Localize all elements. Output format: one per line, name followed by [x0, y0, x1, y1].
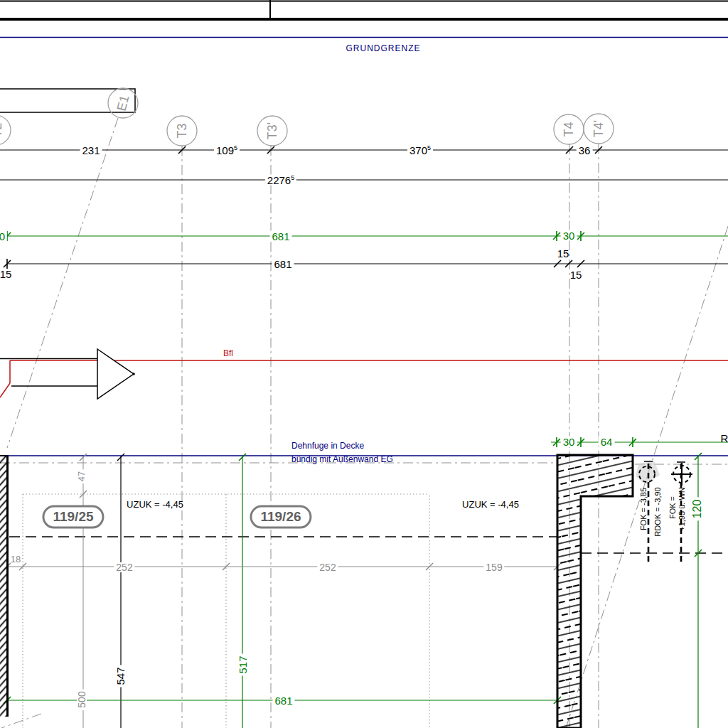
arrow-tip-dot	[132, 373, 135, 375]
dim-109-5: 1095	[214, 145, 240, 156]
wall-right	[557, 455, 633, 728]
dim-500: 500	[77, 689, 87, 710]
grundgrenze-label: GRUNDGRENZE	[346, 44, 420, 53]
dim-517: 517	[237, 653, 248, 675]
dehnfuge-note-line1: Dehnfuge in Decke	[291, 441, 364, 451]
dehnfuge-note-line2: bündig mit Außenwand EG	[291, 455, 393, 465]
axis-diagonal-e1	[7, 118, 118, 448]
uzuk-label-right: UZUK = -4,45	[462, 500, 519, 509]
dim-120: 120	[692, 498, 703, 521]
dim-30-top: 30	[561, 230, 577, 241]
axis-label-t4: T4	[562, 122, 575, 136]
fok-2-value: +1,95 ü. WN	[678, 487, 686, 530]
dim-681-bottom: 681	[272, 695, 294, 706]
dim-64: 64	[599, 437, 615, 447]
parcel-badge-119-26: 119/26	[250, 505, 311, 529]
fok-385-label: FOK = -3,85	[640, 488, 648, 530]
dim-252-b: 252	[317, 562, 338, 572]
axis-label-t2: T2	[0, 122, 4, 137]
dim-15-below: 15	[570, 269, 582, 280]
parcel-badge-119-25: 119/25	[42, 505, 104, 529]
dim-15-above: 15	[557, 248, 569, 259]
dim-159: 159	[483, 562, 504, 572]
bfl-label: Bfl	[223, 349, 233, 358]
fok-2-label: FOK =	[669, 496, 677, 519]
axis-label-t3: T3	[176, 123, 188, 138]
uzuk-label-left: UZUK = -4,45	[127, 500, 183, 509]
dim-681-top: 681	[269, 231, 291, 242]
dim-30-lower: 30	[561, 437, 577, 447]
dim-green-cut: 0	[0, 231, 7, 242]
bfl-diagonal	[0, 383, 10, 397]
dim-18: 18	[11, 555, 21, 564]
rdok-390-label: RDOK = -3,90	[654, 487, 662, 536]
axis-label-t4p: T4'	[592, 120, 605, 137]
dim-36: 36	[577, 145, 593, 156]
axis-label-t3p: T3'	[266, 122, 279, 139]
dim-547: 547	[115, 665, 126, 687]
dim-2276-5: 22765	[265, 175, 296, 186]
dim-370-5: 3705	[407, 145, 433, 156]
dim-47: 47	[77, 469, 86, 483]
dim-15-left: 15	[0, 269, 11, 279]
label-r-cut: R	[721, 433, 728, 444]
floor-plan-drawing: GRUNDGRENZE E1 T2 T3 T3' T4 T4' 231 1095…	[0, 0, 728, 728]
plan-linework	[0, 0, 728, 728]
dim-252-a: 252	[114, 562, 134, 572]
wall-left-hatch	[0, 455, 7, 717]
arrow-head	[97, 349, 134, 399]
dim-231: 231	[80, 145, 102, 156]
dim-681-black: 681	[272, 259, 294, 269]
